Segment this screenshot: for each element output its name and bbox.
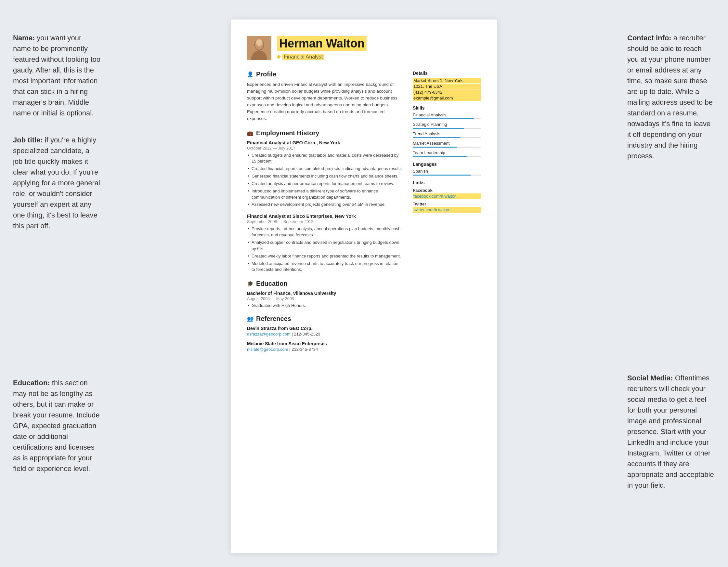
skill-name: Market Assessment [413, 141, 481, 146]
ref-2-email[interactable]: mslate@geocorp.com [247, 347, 288, 352]
left-annotations: Name: you want your name to be prominent… [0, 13, 111, 510]
profile-section-header: 👤 Profile [247, 71, 403, 78]
page-container: Name: you want your name to be prominent… [0, 0, 728, 567]
resume-job-title: Financial Analyst [282, 54, 324, 60]
resume-name-block: Herman Walton Financial Analyst [277, 36, 367, 60]
job-1-bullets: Created budgets and ensured that labor a… [247, 152, 403, 208]
edu-degree: Bachelor of Finance, Villanova Universit… [247, 291, 403, 296]
job-1-title: Financial Analyst at GEO Corp., New York [247, 140, 403, 145]
job-2: Financial Analyst at Sisco Enterprises, … [247, 213, 403, 273]
social-text: Oftentimes recruiters will check your so… [627, 374, 714, 489]
ref-1: Devin Strazza from GEO Corp. dsrazza@geo… [247, 326, 403, 337]
list-item: Provide reports, ad-hoc analysis, annual… [247, 226, 403, 238]
profile-icon: 👤 [247, 71, 253, 77]
jobtitle-label: Job title: [13, 136, 43, 144]
resume-left-col: 👤 Profile Experienced and driven Financi… [247, 71, 403, 356]
job-2-title: Financial Analyst at Sisco Enterprises, … [247, 213, 403, 219]
link-facebook-url[interactable]: facebook.com/h.walton [413, 193, 481, 199]
ref-2-contact: mslate@geocorp.com | 212-345-8734 [247, 347, 403, 352]
link-facebook-label: Facebook [413, 188, 481, 193]
job-1: Financial Analyst at GEO Corp., New York… [247, 140, 403, 208]
skill-bar-fill [413, 147, 457, 148]
detail-email: example@gmail.com [413, 95, 481, 101]
skill-bar-bg [413, 128, 481, 129]
resume-body: 👤 Profile Experienced and driven Financi… [247, 71, 481, 356]
education-section-header: 🎓 Education [247, 280, 403, 288]
references-icon: 👥 [247, 316, 253, 322]
detail-address2: 1021, The USA [413, 84, 481, 89]
edu-bullets: Graduated with High Honors. [247, 303, 403, 308]
list-item: Created financial reports on completed p… [247, 166, 403, 172]
skill-team-leadership: Team Leadership [413, 150, 481, 157]
skill-bar-bg [413, 156, 481, 157]
skill-bar-fill [413, 118, 474, 119]
contact-annotation: Contact info: a recruiter should be able… [627, 32, 715, 161]
list-item: Assessed new development projects genera… [247, 201, 403, 208]
lang-spanish: Spanish [413, 169, 481, 175]
skill-bar-bg [413, 137, 481, 138]
social-annotation: Social Media: Oftentimes recruiters will… [627, 373, 715, 491]
ref-1-contact: dsrazza@geocorp.com | 212-345-2323 [247, 332, 403, 337]
detail-address1: Market Street 1, New York, [413, 78, 481, 83]
ref-2-phone: 212-345-8734 [292, 347, 318, 352]
avatar [247, 36, 271, 60]
resume-wrapper: Herman Walton Financial Analyst 👤 Profil… [111, 13, 617, 559]
education-item: Bachelor of Finance, Villanova Universit… [247, 291, 403, 308]
details-title: Details [413, 71, 481, 76]
resume-title-badge: Financial Analyst [277, 54, 367, 60]
link-twitter-url[interactable]: twitter.com/h.walton [413, 207, 481, 213]
skill-name: Team Leadership [413, 150, 481, 155]
job-2-dates: September 2008 — September 2012 [247, 219, 403, 224]
skills-title: Skills [413, 105, 481, 110]
education-icon: 🎓 [247, 280, 253, 287]
education-text: this section may not be as lengthy as ot… [13, 379, 100, 473]
ref-1-name: Devin Strazza from GEO Corp. [247, 326, 403, 331]
contact-text: a recruiter should be able to reach you … [627, 34, 713, 160]
jobtitle-text: if you're a highly specialized candidate… [13, 136, 100, 230]
skill-name: Trend Analysis [413, 131, 481, 136]
jobtitle-annotation: Job title: if you're a highly specialize… [13, 135, 101, 231]
list-item: Analyzed supplier contracts and advised … [247, 239, 403, 252]
skill-financial-analysis: Financial Analysis [413, 112, 481, 119]
link-twitter-label: Twitter [413, 201, 481, 206]
skill-strategic-planning: Strategic Planning [413, 122, 481, 129]
name-label: Name: [13, 34, 35, 42]
list-item: Graduated with High Honors. [247, 303, 403, 308]
skill-bar-fill [413, 128, 464, 129]
employment-icon: 💼 [247, 130, 253, 136]
resume-right-col: Details Market Street 1, New York, 1021,… [413, 71, 481, 356]
resume-name: Herman Walton [277, 36, 367, 51]
social-label: Social Media: [627, 374, 673, 382]
edu-dates: August 2004 — May 2008 [247, 297, 403, 301]
list-item: Created analysis and performance reports… [247, 181, 403, 187]
education-title: Education [256, 280, 288, 288]
references-title: References [256, 315, 291, 323]
employment-title: Employment History [256, 129, 319, 137]
list-item: Created budgets and ensured that labor a… [247, 152, 403, 165]
yellow-dot-icon [277, 55, 280, 58]
ref-2-name: Melanie Slate from Sisco Enterprises [247, 341, 403, 346]
skill-bar-bg [413, 118, 481, 119]
resume-card: Herman Walton Financial Analyst 👤 Profil… [231, 19, 497, 553]
ref-2: Melanie Slate from Sisco Enterprises msl… [247, 341, 403, 352]
references-section-header: 👥 References [247, 315, 403, 323]
contact-label: Contact info: [627, 34, 671, 42]
ref-1-phone: 212-345-2323 [294, 332, 320, 337]
list-item: Created weekly labor finance reports and… [247, 253, 403, 259]
profile-text: Experienced and driven Financial Analyst… [247, 81, 403, 122]
education-annotation: Education: this section may not be as le… [13, 378, 101, 474]
skill-trend-analysis: Trend Analysis [413, 131, 481, 138]
education-label: Education: [13, 379, 50, 387]
right-annotations: Contact info: a recruiter should be able… [617, 13, 728, 526]
lang-bar-fill [413, 174, 471, 175]
list-item: Generated financial statements including… [247, 173, 403, 179]
ref-1-email[interactable]: dsrazza@geocorp.com [247, 332, 291, 337]
list-item: Modeled anticipated revenue charts to ac… [247, 261, 403, 273]
lang-bar-bg [413, 174, 481, 175]
list-item: Introduced and implemented a different t… [247, 188, 403, 200]
job-2-bullets: Provide reports, ad-hoc analysis, annual… [247, 226, 403, 273]
ref-1-separator: | [292, 332, 294, 337]
lang-name: Spanish [413, 169, 481, 174]
job-1-dates: October 2012 — July 2017 [247, 146, 403, 150]
detail-phone: (412) 479-6342 [413, 89, 481, 95]
